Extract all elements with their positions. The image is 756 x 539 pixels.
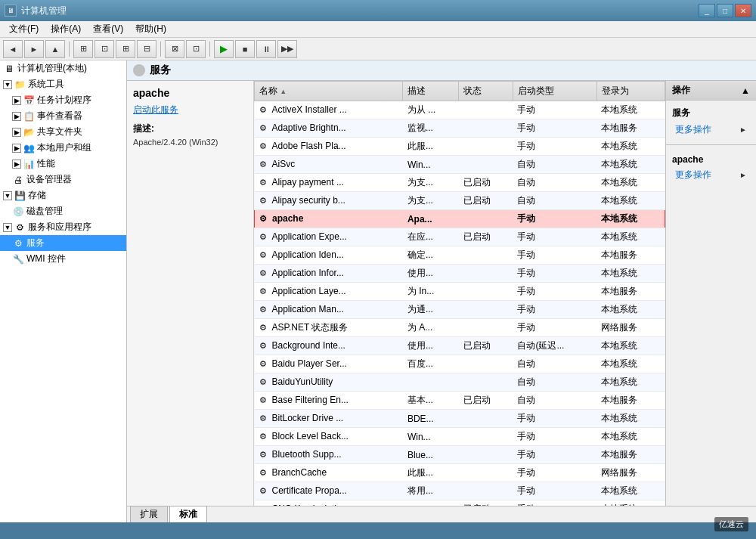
- table-row[interactable]: ⚙Block Level Back...Win...手动本地系统: [255, 428, 665, 446]
- sidebar-item-event-viewer[interactable]: ▶ 📋 事件查看器: [0, 108, 126, 124]
- close-button[interactable]: ✕: [735, 4, 751, 17]
- cell-startup: 自动: [513, 355, 596, 373]
- table-row[interactable]: ⚙Application Infor...使用...手动本地系统: [255, 265, 665, 283]
- expand-system-tools[interactable]: ▼: [3, 80, 12, 89]
- toolbar-btn-1[interactable]: ⊞: [73, 40, 93, 58]
- cell-name: ⚙Base Filtering En...: [255, 392, 403, 410]
- table-row[interactable]: ⚙Application Iden...确定...手动本地服务: [255, 246, 665, 265]
- toolbar-btn-5[interactable]: ⊠: [165, 40, 184, 58]
- back-button[interactable]: ◄: [3, 40, 23, 58]
- cell-login: 本地服务: [596, 283, 665, 301]
- maximize-button[interactable]: □: [717, 4, 733, 17]
- table-row[interactable]: ⚙Adobe Flash Pla...此服...手动本地系统: [255, 138, 665, 156]
- table-row[interactable]: ⚙Application Man...为通...手动本地系统: [255, 301, 665, 319]
- cell-desc: 确定...: [403, 246, 459, 265]
- service-icon: ⚙: [259, 214, 270, 225]
- expand-services-apps[interactable]: ▼: [3, 223, 12, 232]
- table-row[interactable]: ⚙CNG Key IsolationCNG...已启动手动本地系统: [255, 500, 665, 506]
- menu-view[interactable]: 查看(V): [87, 21, 129, 37]
- sidebar-item-shared-folders[interactable]: ▶ 📂 共享文件夹: [0, 124, 126, 140]
- table-row[interactable]: ⚙ASP.NET 状态服务为 A...手动网络服务: [255, 319, 665, 337]
- cell-startup: 手动: [513, 464, 596, 482]
- sidebar-item-local-users[interactable]: ▶ 👥 本地用户和组: [0, 140, 126, 156]
- col-name[interactable]: 名称 ▲: [255, 82, 403, 101]
- step-button[interactable]: ▶▶: [277, 40, 297, 58]
- service-icon: ⚙: [259, 395, 270, 406]
- table-row[interactable]: ⚙apacheApa...手动本地系统: [255, 210, 665, 228]
- table-row[interactable]: ⚙ActiveX Installer ...为从 ...手动本地系统: [255, 101, 665, 119]
- forward-button[interactable]: ►: [24, 40, 44, 58]
- col-desc[interactable]: 描述: [403, 82, 459, 101]
- cell-name: ⚙BitLocker Drive ...: [255, 410, 403, 428]
- cell-desc: Apa...: [403, 210, 459, 228]
- cell-status: [459, 265, 513, 283]
- sidebar-item-system-tools[interactable]: ▼ 📁 系统工具: [0, 76, 126, 92]
- sidebar-item-performance[interactable]: ▶ 📊 性能: [0, 156, 126, 172]
- up-button[interactable]: ▲: [45, 40, 65, 58]
- cell-desc: CNG...: [403, 500, 459, 506]
- table-row[interactable]: ⚙Adaptive Brightn...监视...手动本地服务: [255, 119, 665, 138]
- table-row[interactable]: ⚙Application Expe...在应...已启动手动本地系统: [255, 228, 665, 246]
- sidebar-item-disk-management[interactable]: 💿 磁盘管理: [0, 203, 126, 219]
- cell-desc: 为 In...: [403, 283, 459, 301]
- sidebar-item-services-apps[interactable]: ▼ ⚙ 服务和应用程序: [0, 219, 126, 235]
- expand-performance[interactable]: ▶: [12, 160, 21, 169]
- toolbar-btn-6[interactable]: ⊡: [186, 40, 206, 58]
- table-row[interactable]: ⚙Certificate Propa...将用...手动本地系统: [255, 482, 665, 500]
- table-row[interactable]: ⚙BaiduYunUtility自动本地系统: [255, 373, 665, 392]
- expand-local-users[interactable]: ▶: [12, 144, 21, 153]
- table-row[interactable]: ⚙Alipay payment ...为支...已启动自动本地系统: [255, 174, 665, 192]
- table-row[interactable]: ⚙AiSvcWin...自动本地系统: [255, 156, 665, 174]
- cell-login: 本地系统: [596, 138, 665, 156]
- menu-file[interactable]: 文件(F): [3, 21, 45, 37]
- cell-name: ⚙apache: [255, 210, 403, 228]
- cell-name: ⚙Baidu Player Ser...: [255, 355, 403, 373]
- minimize-button[interactable]: _: [699, 4, 715, 17]
- service-icon: ⚙: [259, 105, 270, 116]
- col-status[interactable]: 状态: [459, 82, 513, 101]
- cell-startup: 手动: [513, 283, 596, 301]
- start-service-link[interactable]: 启动此服务: [133, 104, 247, 116]
- service-icon: ⚙: [259, 450, 270, 460]
- cell-login: 本地系统: [596, 482, 665, 500]
- table-row[interactable]: ⚙Base Filtering En...基本...已启动自动本地服务: [255, 392, 665, 410]
- expand-event-viewer[interactable]: ▶: [12, 112, 21, 121]
- cell-login: 本地系统: [596, 228, 665, 246]
- sidebar-item-storage[interactable]: ▼ 💾 存储: [0, 187, 126, 203]
- expand-task-scheduler[interactable]: ▶: [12, 96, 21, 105]
- sidebar-item-wmi[interactable]: 🔧 WMI 控件: [0, 251, 126, 267]
- pause-button[interactable]: ⏸: [256, 40, 276, 58]
- play-button[interactable]: ▶: [214, 40, 234, 58]
- expand-storage[interactable]: ▼: [3, 191, 12, 200]
- cell-status: 已启动: [459, 392, 513, 410]
- table-row[interactable]: ⚙Background Inte...使用...已启动自动(延迟...本地系统: [255, 337, 665, 355]
- sidebar-item-services[interactable]: ⚙ 服务: [0, 235, 126, 251]
- services-more-actions[interactable]: 更多操作 ►: [672, 121, 750, 138]
- sidebar-item-task-scheduler[interactable]: ▶ 📅 任务计划程序: [0, 92, 126, 108]
- cell-login: 网络服务: [596, 464, 665, 482]
- col-login[interactable]: 登录为: [596, 82, 665, 101]
- menu-help[interactable]: 帮助(H): [129, 21, 172, 37]
- table-row[interactable]: ⚙Baidu Player Ser...百度...自动本地系统: [255, 355, 665, 373]
- toolbar-btn-4[interactable]: ⊟: [137, 40, 156, 58]
- table-row[interactable]: ⚙Alipay security b...为支...已启动自动本地系统: [255, 192, 665, 210]
- tab-expand[interactable]: 扩展: [130, 506, 168, 522]
- apache-more-actions[interactable]: 更多操作 ►: [672, 166, 750, 184]
- toolbar-btn-2[interactable]: ⊡: [94, 40, 114, 58]
- toolbar-btn-3[interactable]: ⊞: [116, 40, 135, 58]
- table-row[interactable]: ⚙BranchCache此服...手动网络服务: [255, 464, 665, 482]
- cell-status: 已启动: [459, 337, 513, 355]
- table-row[interactable]: ⚙Bluetooth Supp...Blue...手动本地服务: [255, 446, 665, 464]
- apache-actions-arrow: ►: [739, 171, 747, 179]
- sidebar-item-device-manager[interactable]: 🖨 设备管理器: [0, 172, 126, 187]
- collapse-icon[interactable]: ▲: [741, 85, 750, 96]
- table-row[interactable]: ⚙BitLocker Drive ...BDE...手动本地系统: [255, 410, 665, 428]
- col-startup[interactable]: 启动类型: [513, 82, 596, 101]
- expand-shared-folders[interactable]: ▶: [12, 128, 21, 137]
- tab-standard[interactable]: 标准: [169, 506, 207, 522]
- service-icon: ⚙: [259, 160, 270, 170]
- stop-button[interactable]: ■: [235, 40, 255, 58]
- sidebar-root[interactable]: 🖥 计算机管理(本地): [0, 60, 126, 76]
- table-row[interactable]: ⚙Application Laye...为 In...手动本地服务: [255, 283, 665, 301]
- menu-action[interactable]: 操作(A): [45, 21, 87, 37]
